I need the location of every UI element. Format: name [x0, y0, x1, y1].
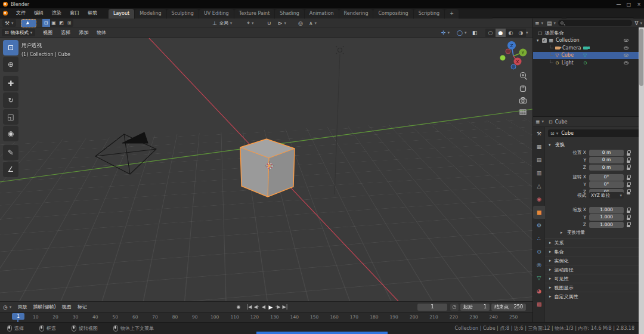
pivot-point-dropdown[interactable]: ⌖ ▾	[247, 18, 254, 28]
workspace-tab[interactable]: Compositing	[373, 9, 413, 18]
outliner-row-scene-collection[interactable]: ▢ 场景集合	[533, 29, 644, 37]
lock-icon[interactable]	[627, 175, 631, 180]
number-field[interactable]: 0°	[589, 181, 624, 188]
tab-texture[interactable]: ▩	[533, 298, 545, 311]
lock-icon[interactable]	[627, 150, 631, 156]
select-box-tool[interactable]: ⊡	[3, 40, 18, 55]
lock-icon[interactable]	[627, 222, 631, 227]
select-mode-lasso[interactable]: ⊞	[66, 19, 73, 27]
tab-object[interactable]: ■	[533, 206, 545, 219]
outliner-row-cube[interactable]: ▽ Cube ▽	[533, 52, 644, 60]
number-field[interactable]: 1.000	[589, 207, 624, 214]
workspace-tab[interactable]: Modeling	[135, 9, 166, 18]
collapsed-panel[interactable]: ▸ 视图显示	[545, 283, 644, 292]
close-button[interactable]: ×	[634, 2, 644, 7]
tab-tool[interactable]: ⚒	[533, 127, 545, 140]
tab-constraints[interactable]: ◎	[533, 258, 545, 271]
timeline-ruler[interactable]: 1020304050607080901001101201301401501601…	[0, 312, 532, 323]
collapsed-panel[interactable]: ▸ 可见性	[545, 274, 644, 283]
expand-arrow-icon[interactable]: ▾	[537, 38, 539, 43]
playhead[interactable]: 1	[12, 313, 24, 320]
workspace-tab[interactable]: Rendering	[339, 9, 373, 18]
lock-icon[interactable]	[627, 165, 631, 170]
tab-scene[interactable]: △	[533, 180, 545, 193]
window-scrollbar[interactable]	[639, 27, 644, 334]
prev-keyframe-button[interactable]: ◀·	[253, 303, 260, 311]
camera-view-icon[interactable]	[520, 98, 527, 104]
tab-particles[interactable]: ∴	[533, 232, 545, 245]
hide-eye-icon[interactable]	[624, 61, 628, 64]
minimize-button[interactable]: —	[614, 2, 624, 7]
shading-wireframe[interactable]: ○	[485, 29, 496, 37]
workspace-tab[interactable]: UV Editing	[199, 9, 234, 18]
shading-dropdown[interactable]: ▾	[524, 28, 528, 38]
timeline-menu-item[interactable]: 视图	[62, 304, 72, 310]
hide-eye-icon[interactable]	[624, 39, 628, 42]
collapsed-panel[interactable]: ▸ 集合	[545, 247, 644, 256]
tab-material[interactable]: ◕	[533, 284, 545, 298]
tab-render[interactable]: ▦	[533, 140, 545, 153]
collapsed-panel[interactable]: ▸ 关系	[545, 238, 644, 247]
shading-solid[interactable]: ●	[496, 29, 506, 37]
auto-key-button[interactable]: ◉	[235, 303, 242, 311]
jump-to-end-button[interactable]: ▶|	[281, 303, 289, 311]
workspace-tab[interactable]: +	[445, 9, 459, 18]
tab-modifiers[interactable]: ⚙	[533, 219, 545, 232]
measure-tool[interactable]: ∠	[3, 162, 18, 177]
select-mode-tweak[interactable]: ⊡	[42, 19, 50, 27]
outliner-row-camera[interactable]: Camera	[533, 44, 644, 52]
viewport-menu-item[interactable]: 添加	[75, 29, 92, 36]
hide-eye-icon[interactable]	[624, 47, 628, 50]
next-keyframe-button[interactable]: ·▶	[274, 303, 281, 311]
snap-toggle[interactable]: ∪	[267, 18, 271, 28]
clock-icon[interactable]: ◷	[450, 304, 459, 311]
tool-settings-editor-button[interactable]: ⚒ ▾	[2, 19, 16, 27]
menu-item[interactable]: 文件	[12, 8, 30, 18]
gizmo-neg-y[interactable]	[500, 55, 506, 61]
menu-item[interactable]: 渲染	[48, 8, 66, 18]
overlays-dropdown[interactable]: ◯ ▾	[457, 28, 467, 38]
menu-item[interactable]: 编辑	[30, 8, 48, 18]
lock-icon[interactable]	[627, 215, 631, 220]
menu-item[interactable]: 帮助	[83, 8, 101, 18]
tab-view-layer[interactable]: ▥	[533, 166, 545, 180]
timeline-menu-item[interactable]: 插帧(键帧)	[33, 304, 55, 310]
timeline-editor-icon[interactable]: ◷	[3, 304, 8, 310]
display-mode-icon[interactable]: ▤	[547, 20, 552, 26]
outliner-search-input[interactable]	[558, 20, 632, 26]
pan-hand-icon[interactable]	[521, 86, 526, 92]
current-frame-field[interactable]: 1	[417, 304, 447, 311]
rotate-tool[interactable]: ↻	[3, 92, 18, 108]
light-object[interactable]	[336, 47, 344, 54]
hide-eye-icon[interactable]	[624, 54, 628, 57]
number-field[interactable]: 0 m	[589, 165, 624, 171]
workspace-tab[interactable]: Animation	[305, 9, 339, 18]
collapsed-panel[interactable]: ▸ 运动路径	[545, 265, 644, 274]
object-name-field[interactable]: ⊡ ▾ Cube	[548, 129, 642, 137]
tab-object-data[interactable]: ▽	[533, 271, 545, 284]
workspace-tab[interactable]: Layout	[109, 9, 134, 18]
viewport-menu-item[interactable]: 视图	[39, 29, 57, 36]
number-field[interactable]: 0°	[589, 174, 624, 181]
mode-dropdown[interactable]: ⊡ 物体模式 ▾	[2, 29, 35, 36]
delta-transform-subpanel[interactable]: ▸ 变换增量	[561, 230, 585, 236]
proportional-editing-toggle[interactable]: ◎	[298, 18, 303, 28]
outliner-row-light[interactable]: ⊙ Light ⊙	[533, 59, 644, 67]
workspace-tab[interactable]: Sculpting	[167, 9, 199, 18]
workspace-tab[interactable]: Scripting	[414, 9, 445, 18]
navigation-gizmo[interactable]: Z Y X	[500, 41, 527, 69]
move-tool[interactable]: ✚	[3, 76, 18, 91]
gizmo-neg-x[interactable]	[506, 49, 510, 54]
filter-funnel-icon[interactable]: ∇	[634, 20, 638, 26]
gizmos-dropdown[interactable]: ✛ ▾	[441, 28, 450, 38]
cursor-tool[interactable]: ⊕	[3, 57, 18, 72]
falloff-dropdown[interactable]: ∧ ▾	[309, 18, 317, 28]
number-field[interactable]: 1.000	[589, 214, 624, 221]
menu-item[interactable]: 窗口	[66, 8, 83, 18]
number-field[interactable]: 0 m	[589, 157, 624, 163]
collapsed-panel[interactable]: ▸ 实例化	[545, 256, 644, 265]
xray-toggle[interactable]: ◧	[472, 28, 478, 38]
collapsed-panel[interactable]: ▸ 自定义属性	[545, 292, 644, 301]
timeline-menu-item[interactable]: 回放	[17, 304, 27, 310]
scrollbar-thumb[interactable]	[639, 29, 643, 86]
